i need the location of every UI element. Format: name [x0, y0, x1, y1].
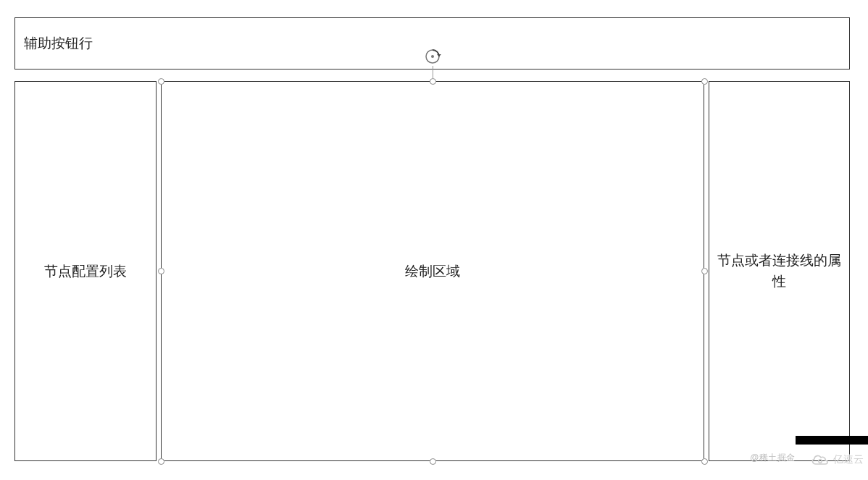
resize-handle-s[interactable]: [430, 458, 436, 465]
resize-handle-ne[interactable]: [701, 78, 708, 85]
resize-handle-w[interactable]: [158, 268, 164, 274]
layout-canvas: 辅助按钮行 节点配置列表 绘制区域 节点或者连接线的属性 @稀土掘金: [0, 0, 868, 480]
svg-marker-1: [437, 54, 441, 56]
svg-point-2: [431, 55, 434, 58]
resize-handle-nw[interactable]: [158, 78, 164, 85]
svg-point-3: [819, 460, 822, 463]
right-panel-label: 节点或者连接线的属性: [715, 250, 843, 292]
watermark-juejin-text: @稀土掘金: [750, 452, 796, 463]
drawing-area-panel[interactable]: 绘制区域: [161, 81, 704, 461]
resize-handle-n[interactable]: [430, 78, 436, 85]
resize-handle-sw[interactable]: [158, 458, 164, 465]
center-panel-label: 绘制区域: [405, 262, 460, 281]
cloud-icon: [810, 452, 830, 467]
black-bar: [796, 436, 868, 445]
node-config-list-panel[interactable]: 节点配置列表: [14, 81, 157, 461]
watermark-yisu-text: 亿速云: [833, 453, 864, 466]
rotate-handle-icon[interactable]: [423, 47, 442, 66]
resize-handle-se[interactable]: [701, 458, 708, 465]
watermark-yisu: 亿速云: [810, 452, 864, 467]
rotate-connector-line: [433, 66, 433, 78]
toolbar-label: 辅助按钮行: [24, 34, 93, 53]
watermark-juejin: @稀土掘金: [750, 452, 796, 464]
left-panel-label: 节点配置列表: [44, 262, 127, 281]
resize-handle-e[interactable]: [701, 268, 708, 274]
properties-panel[interactable]: 节点或者连接线的属性: [709, 81, 850, 461]
